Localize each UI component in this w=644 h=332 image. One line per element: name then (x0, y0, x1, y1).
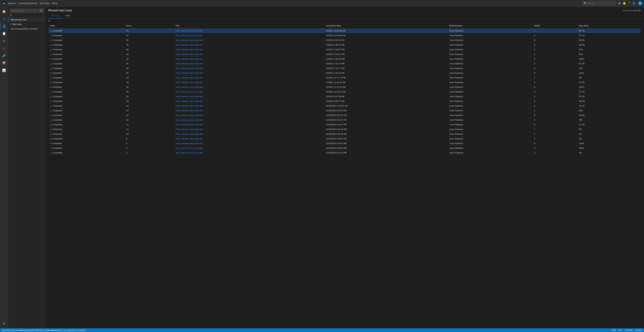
cell-title[interactable]: JUnit_newman_test_result.xml (174, 52, 324, 57)
title-link[interactable]: JUnit_newman_test_result.xml (176, 39, 203, 41)
table-row[interactable]: △ Completed 24 JUnit_newman_test_result.… (48, 99, 641, 104)
table-row[interactable]: △ Completed 50 JUnit_newman_test_result.… (48, 38, 641, 42)
title-link[interactable]: JUnit_newman_test_result.xml (176, 119, 203, 121)
tab-filter[interactable]: Filter (62, 13, 73, 18)
title-link[interactable]: JUnit_newman_test_result.xml (176, 48, 203, 51)
content-refresh-icon[interactable]: ↻ (48, 19, 50, 22)
table-row[interactable]: △ Completed 8 JUnit_newman_test_result.x… (48, 136, 641, 141)
cell-title[interactable]: JUnit_newman_test_result.xml (174, 75, 324, 80)
table-row[interactable]: ● Completed 6 JUnit_newman_test_result.x… (48, 141, 641, 146)
table-row[interactable]: △ Completed 20 JUnit_newman_test_result.… (48, 108, 641, 113)
title-link[interactable]: JUnit_newman_test_result.xml (176, 105, 203, 107)
title-link[interactable]: JUnit_newman_test_result.xml (176, 81, 203, 84)
cell-title[interactable]: JUnit_newman_test_result.xml (174, 61, 324, 66)
search-box[interactable]: 🔍 (582, 1, 616, 5)
breadcrumb-test-plans[interactable]: Test Plans (40, 2, 50, 4)
title-link[interactable]: JUnit_newman_test_result.xml (176, 58, 203, 60)
sidebar-settings[interactable]: ⚙ (1, 320, 8, 327)
search-input[interactable] (587, 2, 614, 4)
cell-title[interactable]: JUnit_newman_test_result.xml (174, 89, 324, 94)
cell-title[interactable]: JUnit_newman_test_result.xml (174, 66, 324, 71)
col-completed-date[interactable]: Completed Date (324, 23, 448, 28)
cell-title[interactable]: JUnit_newman_test_result.xml (174, 99, 324, 104)
table-row[interactable]: △ Completed 26 JUnit_newman_test_result.… (48, 94, 641, 99)
title-link[interactable]: JUnit_newman_test_result.xml (176, 72, 203, 74)
title-link[interactable]: JUnit_newman_test_result.xml (176, 86, 203, 88)
sidebar-repos[interactable]: ⊙ (1, 37, 8, 44)
cell-title[interactable]: JUnit_newman_test_result.xml (174, 38, 324, 42)
nav-refresh-button[interactable]: ↻ (8, 13, 45, 17)
help-icon[interactable]: ? (628, 2, 630, 5)
grid-view-icon[interactable]: ⊞ (618, 2, 620, 5)
nav-recent-exploratory-sessions[interactable]: Recent exploratory sessions (8, 26, 45, 31)
table-row[interactable]: △ Completed 12 JUnit_newman_test_result.… (48, 127, 641, 132)
title-link[interactable]: JUnit_newman_test_result.xml (176, 77, 203, 79)
sidebar-test-plans[interactable]: 🧪 (1, 52, 8, 59)
tab-test-runs[interactable]: Test runs (48, 13, 62, 18)
title-link[interactable]: JUnit_newman_test_result.xml (176, 152, 203, 154)
breadcrumb-org[interactable]: agntomk (8, 2, 16, 4)
table-row[interactable]: ● Completed 4 JUnit_newman_test_result.x… (48, 146, 641, 150)
cell-title[interactable]: JUnit_newman_test_result.xml (174, 118, 324, 122)
table-row[interactable]: △ Completed 18 JUnit_newman_test_result.… (48, 113, 641, 118)
cell-title[interactable]: JUnit_newman_test_result.xml (174, 42, 324, 47)
title-link[interactable]: JUnit_newman_test_result.xml (176, 62, 203, 65)
col-failed[interactable]: Failed (532, 23, 577, 28)
cell-title[interactable]: JUnit_newman_test_result.xml (174, 71, 324, 75)
cell-title[interactable]: JUnit_newman_test_result.xml (174, 28, 324, 33)
cell-title[interactable]: JUnit_newman_test_result.xml (174, 113, 324, 118)
cell-title[interactable]: JUnit_newman_test_result.xml (174, 47, 324, 52)
breadcrumb-project[interactable]: AzureDevOpsFinal (18, 2, 37, 4)
title-link[interactable]: JUnit_newman_test_result.xml (176, 128, 203, 131)
table-row[interactable]: ● Completed 36 JUnit_newman_test_result.… (48, 71, 641, 75)
title-link[interactable]: JUnit_newman_test_result.xml (176, 133, 203, 135)
title-link[interactable]: JUnit_newman_test_result.xml (176, 147, 203, 149)
breadcrumb-runs[interactable]: Runs (52, 2, 57, 4)
cell-title[interactable]: JUnit_newman_test_result.xml (174, 94, 324, 99)
sidebar-pipelines[interactable]: ▷ (1, 45, 8, 52)
nav-recent-test-runs[interactable]: Recent test runs (8, 17, 45, 22)
sidebar-analytics[interactable]: 📊 (1, 67, 8, 74)
table-row[interactable]: △ Completed 14 JUnit_newman_test_result.… (48, 122, 641, 127)
title-link[interactable]: JUnit_newman_test_result.xml (176, 142, 203, 145)
title-link[interactable]: JUnit_newman_test_result.xml (176, 100, 203, 102)
title-link[interactable]: JUnit_newman_test_result.xml (176, 91, 203, 93)
cell-title[interactable]: JUnit_newman_test_result.xml (174, 108, 324, 113)
title-link[interactable]: JUnit_newman_test_result.xml (176, 34, 203, 37)
sidebar-home[interactable]: 🏠 (1, 8, 8, 15)
title-link[interactable]: JUnit_newman_test_result.xml (176, 67, 203, 69)
run-id-input[interactable] (10, 9, 38, 13)
notifications-icon[interactable]: 🔔 (623, 2, 626, 5)
user-settings-icon[interactable]: 👤 (632, 2, 636, 5)
title-link[interactable]: JUnit_newman_test_result.xml (176, 95, 203, 98)
table-row[interactable]: △ Completed 46 JUnit_newman_test_result.… (48, 47, 641, 52)
table-row[interactable]: △ Completed 2 JUnit_newman_test_result.x… (48, 150, 641, 155)
col-state[interactable]: State (48, 23, 125, 28)
cell-title[interactable]: JUnit_newman_test_result.xml (174, 150, 324, 155)
cell-title[interactable]: JUnit_newman_test_result.xml (174, 122, 324, 127)
cell-title[interactable]: JUnit_newman_test_result.xml (174, 146, 324, 150)
table-row[interactable]: ● Completed 30 JUnit_newman_test_result.… (48, 85, 641, 89)
table-row[interactable]: △ Completed 48 JUnit_newman_test_result.… (48, 42, 641, 47)
nav-test-runs-group[interactable]: ▾ Test runs (8, 22, 45, 26)
table-row[interactable]: △ Completed 28 JUnit_newman_test_result.… (48, 89, 641, 94)
table-row[interactable]: △ Completed 16 JUnit_newman_test_result.… (48, 118, 641, 122)
title-link[interactable]: JUnit_newman_test_result.xml (176, 30, 203, 32)
go-button[interactable]: Go (38, 9, 44, 13)
sidebar-user[interactable]: 👤 (1, 23, 8, 29)
table-row[interactable]: △ Completed 38 JUnit_newman_test_result.… (48, 66, 641, 71)
avatar[interactable]: AT (638, 1, 642, 5)
table-row[interactable]: △ Completed 32 JUnit_newman_test_result.… (48, 80, 641, 85)
title-link[interactable]: JUnit_newman_test_result.xml (176, 114, 203, 116)
table-row[interactable]: △ Completed 54 JUnit_newman_test_result.… (48, 28, 641, 33)
sidebar-artifacts[interactable]: 📦 (1, 60, 8, 66)
title-link[interactable]: JUnit_newman_test_result.xml (176, 109, 203, 112)
col-title[interactable]: Title (174, 23, 324, 28)
cell-title[interactable]: JUnit_newman_test_result.xml (174, 141, 324, 146)
sidebar-boards[interactable]: 📋 (1, 30, 8, 37)
table-row[interactable]: ● Completed 42 JUnit_newman_test_result.… (48, 57, 641, 61)
title-link[interactable]: JUnit_newman_test_result.xml (176, 53, 203, 55)
cell-title[interactable]: JUnit_newman_test_result.xml (174, 127, 324, 132)
cell-title[interactable]: JUnit_newman_test_result.xml (174, 57, 324, 61)
cell-title[interactable]: JUnit_newman_test_result.xml (174, 85, 324, 89)
